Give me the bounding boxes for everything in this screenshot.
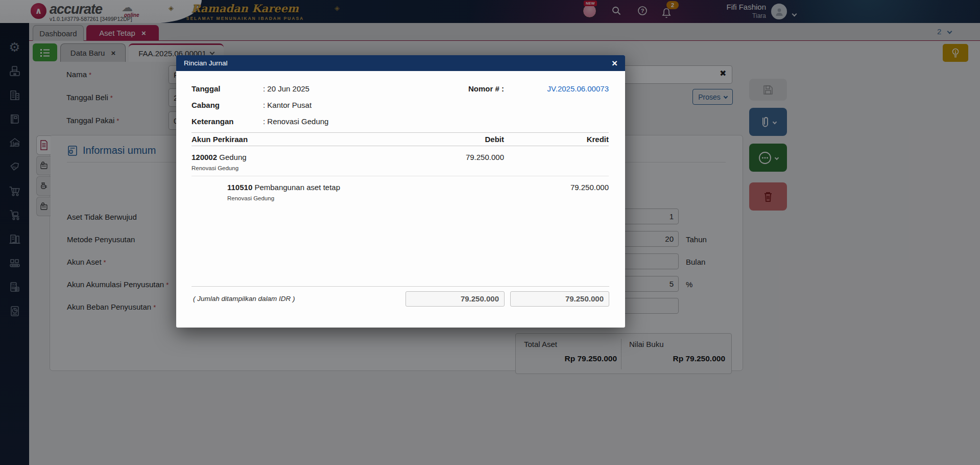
modal-body: Tanggal : 20 Jun 2025 Nomor # : JV.2025.… [176,71,625,328]
app-window: ∧ accurate ☁ online v1.0.1#3779-587261 [… [0,0,980,465]
debit-amount: 79.250.000 [427,153,504,161]
account-number: 120002 [192,153,217,161]
total-debit-box: 79.250.000 [405,291,505,307]
row-memo: Renovasi Gedung [192,195,609,201]
row-memo: Renovasi Gedung [192,165,609,171]
modal-title: Rincian Jurnal [184,59,612,67]
total-kredit-box: 79.250.000 [510,291,609,307]
modal-footer: ( Jumlah ditampilkan dalam IDR ) 79.250.… [192,291,609,307]
tanggal-row: Tanggal : 20 Jun 2025 Nomor # : JV.2025.… [192,83,609,94]
account-number: 110510 [227,183,252,192]
keterangan-row: Keterangan : Renovasi Gedung [192,116,609,127]
nomor-label: Nomor # : [468,83,504,94]
journal-row: 110510 Pembangunan aset tetap 79.250.000… [192,176,609,206]
rincian-jurnal-modal: Rincian Jurnal × Tanggal : 20 Jun 2025 N… [176,55,625,328]
currency-note: ( Jumlah ditampilkan dalam IDR ) [193,291,295,307]
debit-amount [427,183,504,192]
journal-number-link[interactable]: JV.2025.06.00073 [504,83,609,94]
account-name: Pembangunan aset tetap [254,183,340,192]
kredit-amount [504,153,609,161]
kredit-amount: 79.250.000 [504,183,609,192]
cabang-row: Cabang : Kantor Pusat [192,100,609,110]
journal-row: 120002 Gedung 79.250.000 Renovasi Gedung [192,146,609,176]
modal-header: Rincian Jurnal × [176,55,625,71]
account-name: Gedung [219,153,246,161]
close-icon[interactable]: × [612,58,617,68]
journal-table-header: Akun Perkiraan Debit Kredit [192,132,609,146]
divider [192,286,609,287]
